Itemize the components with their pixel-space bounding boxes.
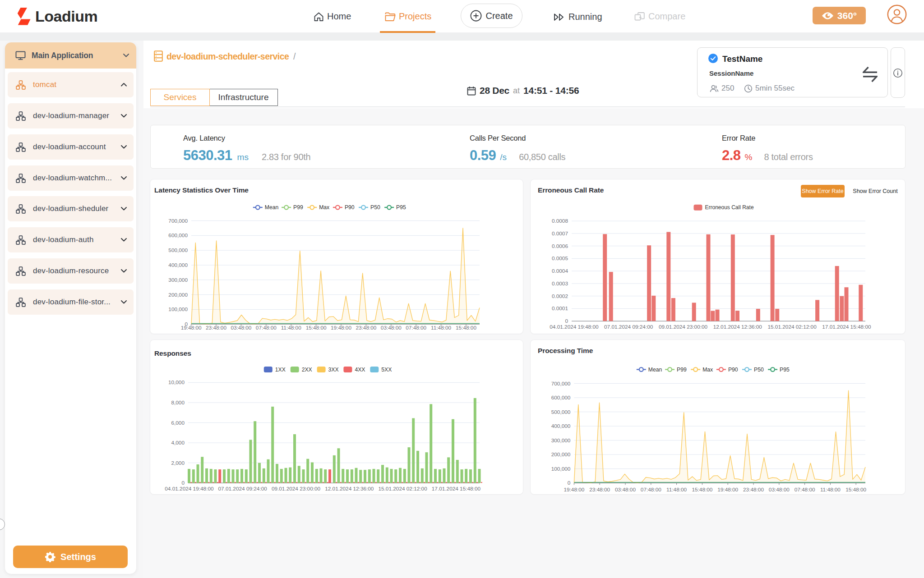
svg-text:P99: P99 xyxy=(293,204,303,211)
svg-text:5XX: 5XX xyxy=(381,367,392,373)
svg-text:P50: P50 xyxy=(370,204,380,211)
svg-text:04.01.2024 19:48:00: 04.01.2024 19:48:00 xyxy=(165,486,214,492)
svg-text:10,000: 10,000 xyxy=(168,379,185,385)
svg-text:4,000: 4,000 xyxy=(171,440,185,446)
svg-text:04.01.2024 19:48:00: 04.01.2024 19:48:00 xyxy=(550,324,599,330)
svg-text:0.0006: 0.0006 xyxy=(552,243,568,249)
svg-text:19:48:00: 19:48:00 xyxy=(717,486,738,493)
svg-text:0.0002: 0.0002 xyxy=(552,293,568,299)
svg-text:09.01.2024 23:00:00: 09.01.2024 23:00:00 xyxy=(272,486,321,492)
svg-text:23:48:00: 23:48:00 xyxy=(743,486,764,493)
svg-text:200,000: 200,000 xyxy=(551,451,571,458)
svg-text:P50: P50 xyxy=(754,367,764,373)
svg-text:P90: P90 xyxy=(728,367,738,373)
svg-text:300,000: 300,000 xyxy=(551,437,571,444)
svg-text:700,000: 700,000 xyxy=(168,218,188,224)
svg-text:200,000: 200,000 xyxy=(168,292,188,298)
svg-text:4XX: 4XX xyxy=(355,367,365,373)
svg-text:2XX: 2XX xyxy=(302,367,312,373)
svg-text:500,000: 500,000 xyxy=(551,409,571,415)
svg-text:300,000: 300,000 xyxy=(168,277,188,283)
svg-text:400,000: 400,000 xyxy=(551,423,571,429)
svg-text:P90: P90 xyxy=(345,204,355,211)
svg-text:0.0007: 0.0007 xyxy=(552,230,568,237)
svg-text:Latency Statistics Over Time: Latency Statistics Over Time xyxy=(154,186,249,194)
svg-text:2,000: 2,000 xyxy=(171,460,185,466)
svg-text:Erroneous Call Rate: Erroneous Call Rate xyxy=(538,186,604,194)
svg-text:0: 0 xyxy=(568,480,571,486)
svg-text:600,000: 600,000 xyxy=(168,232,188,239)
svg-text:15:48:00: 15:48:00 xyxy=(692,486,712,493)
svg-text:0: 0 xyxy=(181,480,185,486)
svg-text:0.0003: 0.0003 xyxy=(552,280,568,287)
svg-text:P99: P99 xyxy=(677,367,687,373)
svg-text:1XX: 1XX xyxy=(275,367,286,373)
svg-text:11:48:00: 11:48:00 xyxy=(666,486,687,493)
svg-text:15.01.2024 02:12:00: 15.01.2024 02:12:00 xyxy=(378,486,427,492)
svg-text:Mean: Mean xyxy=(265,204,279,211)
svg-text:100,000: 100,000 xyxy=(551,466,571,472)
svg-text:0.0004: 0.0004 xyxy=(552,268,568,274)
svg-text:400,000: 400,000 xyxy=(168,262,188,268)
svg-text:0.0005: 0.0005 xyxy=(552,255,568,261)
svg-text:Mean: Mean xyxy=(648,367,662,373)
svg-text:700,000: 700,000 xyxy=(551,381,571,387)
svg-text:12.01.2024 12:36:00: 12.01.2024 12:36:00 xyxy=(325,486,374,492)
svg-text:Erroneous Call Rate: Erroneous Call Rate xyxy=(705,204,754,211)
svg-text:P95: P95 xyxy=(396,204,406,211)
svg-text:Processing Time: Processing Time xyxy=(538,347,593,354)
svg-text:15.01.2024 02:12:00: 15.01.2024 02:12:00 xyxy=(767,324,817,330)
svg-text:500,000: 500,000 xyxy=(168,247,188,253)
svg-text:6,000: 6,000 xyxy=(171,420,185,426)
svg-text:0: 0 xyxy=(565,318,568,324)
svg-text:3XX: 3XX xyxy=(328,367,339,373)
svg-text:P95: P95 xyxy=(780,367,790,373)
svg-text:07.01.2024 09:24:00: 07.01.2024 09:24:00 xyxy=(218,486,268,492)
svg-text:17.01.2024 15:48:00: 17.01.2024 15:48:00 xyxy=(432,486,481,492)
svg-text:09.01.2024 23:00:00: 09.01.2024 23:00:00 xyxy=(659,324,708,330)
svg-text:600,000: 600,000 xyxy=(551,395,571,401)
svg-text:8,000: 8,000 xyxy=(171,399,185,406)
svg-text:07:48:00: 07:48:00 xyxy=(641,486,661,493)
svg-text:23:48:00: 23:48:00 xyxy=(589,486,610,493)
svg-text:11:48:00: 11:48:00 xyxy=(820,486,841,493)
svg-text:12.01.2024 12:36:00: 12.01.2024 12:36:00 xyxy=(713,324,762,330)
svg-text:Max: Max xyxy=(702,367,713,373)
svg-text:100,000: 100,000 xyxy=(168,306,188,312)
svg-text:03:48:00: 03:48:00 xyxy=(615,486,636,493)
svg-text:07.01.2024 09:24:00: 07.01.2024 09:24:00 xyxy=(604,324,653,330)
svg-text:Max: Max xyxy=(319,204,329,211)
svg-text:0.0008: 0.0008 xyxy=(552,218,568,224)
svg-text:0.0001: 0.0001 xyxy=(552,305,568,312)
svg-text:15:48:00: 15:48:00 xyxy=(845,486,866,493)
svg-text:07:48:00: 07:48:00 xyxy=(795,486,815,493)
svg-text:Responses: Responses xyxy=(154,349,191,357)
svg-text:19:48:00: 19:48:00 xyxy=(564,486,584,493)
svg-text:03:48:00: 03:48:00 xyxy=(769,486,790,493)
svg-text:17.01.2024 15:48:00: 17.01.2024 15:48:00 xyxy=(822,324,871,330)
